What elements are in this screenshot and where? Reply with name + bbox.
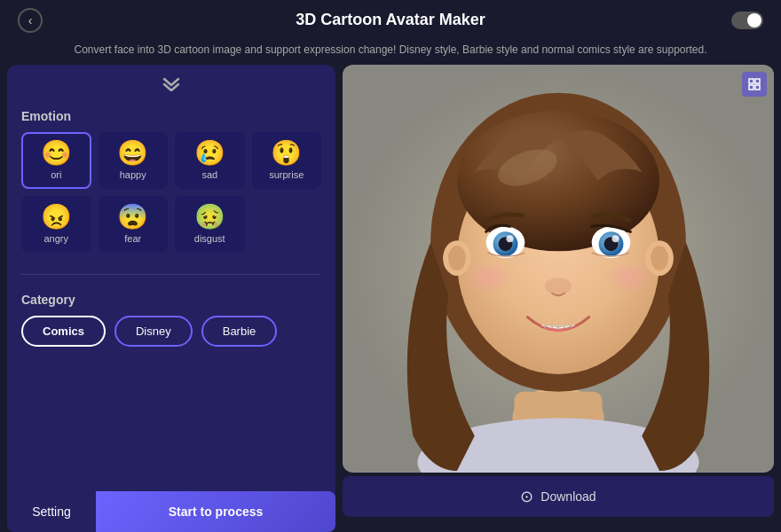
emotion-item-ori[interactable]: 😊 ori	[21, 132, 91, 189]
emotion-label-surprise: surprise	[269, 169, 304, 180]
emotion-section-title: Emotion	[21, 109, 321, 123]
svg-point-16	[545, 278, 572, 295]
svg-point-14	[506, 235, 513, 242]
emotion-item-happy[interactable]: 😄 happy	[99, 132, 169, 189]
app-title: 3D Cartoon Avatar Maker	[296, 11, 485, 29]
svg-rect-29	[749, 79, 753, 83]
category-section: Category ComicsDisneyBarbie	[21, 293, 321, 347]
download-button[interactable]: ⊙ Download	[343, 476, 774, 517]
emotion-emoji-sad: 😢	[194, 141, 225, 166]
svg-rect-32	[755, 85, 760, 90]
svg-rect-31	[749, 85, 753, 90]
emotion-label-disgust: disgust	[194, 233, 225, 244]
download-icon: ⊙	[520, 487, 533, 506]
collapse-button[interactable]	[21, 74, 321, 98]
category-section-title: Category	[21, 293, 321, 307]
emotion-label-ori: ori	[51, 169, 61, 180]
emotion-grid: 😊 ori 😄 happy 😢 sad 😲 surprise 😠 angry 😨…	[21, 132, 321, 253]
category-btn-disney[interactable]: Disney	[114, 316, 193, 347]
emotion-emoji-ori: 😊	[41, 141, 72, 166]
emotion-section: Emotion 😊 ori 😄 happy 😢 sad 😲 surprise 😠…	[21, 109, 321, 256]
emotion-label-fear: fear	[124, 233, 141, 244]
bottom-action-bar: Setting Start to process	[7, 491, 335, 532]
left-panel: Emotion 😊 ori 😄 happy 😢 sad 😲 surprise 😠…	[7, 65, 335, 517]
emotion-emoji-angry: 😠	[41, 205, 72, 230]
svg-point-18	[604, 262, 654, 293]
svg-point-27	[448, 246, 466, 270]
expand-icon[interactable]	[742, 72, 767, 97]
emotion-label-happy: happy	[120, 169, 146, 180]
svg-point-15	[612, 235, 619, 242]
emotion-emoji-fear: 😨	[117, 205, 148, 230]
expand-svg-icon	[747, 77, 761, 91]
emotion-label-sad: sad	[201, 169, 217, 180]
avatar-container	[343, 65, 774, 473]
category-btn-comics[interactable]: Comics	[21, 316, 106, 347]
emotion-item-sad[interactable]: 😢 sad	[175, 132, 245, 189]
svg-point-28	[651, 246, 668, 270]
category-buttons: ComicsDisneyBarbie	[21, 316, 321, 347]
process-button[interactable]: Start to process	[96, 491, 335, 532]
download-label: Download	[540, 489, 596, 504]
main-content: Emotion 😊 ori 😄 happy 😢 sad 😲 surprise 😠…	[0, 65, 781, 517]
emotion-emoji-disgust: 🤢	[194, 205, 225, 230]
back-button[interactable]: ‹	[18, 8, 43, 33]
chevron-double-down-icon	[162, 77, 181, 91]
emotion-item-surprise[interactable]: 😲 surprise	[252, 132, 322, 189]
svg-rect-30	[755, 79, 760, 83]
right-panel: ⊙ Download	[343, 65, 774, 517]
emotion-emoji-happy: 😄	[117, 141, 148, 166]
subtitle-text: Convert face into 3D cartoon image and s…	[0, 40, 781, 65]
svg-point-17	[463, 262, 513, 293]
emotion-item-fear[interactable]: 😨 fear	[99, 196, 169, 253]
theme-toggle[interactable]	[731, 12, 763, 29]
emotion-item-disgust[interactable]: 🤢 disgust	[175, 196, 245, 253]
avatar-image	[343, 65, 774, 473]
emotion-emoji-surprise: 😲	[271, 141, 302, 166]
section-divider	[21, 274, 321, 275]
setting-button[interactable]: Setting	[7, 491, 96, 532]
emotion-item-angry[interactable]: 😠 angry	[21, 196, 91, 253]
toggle-container	[731, 12, 763, 29]
back-icon: ‹	[28, 13, 33, 27]
emotion-label-angry: angry	[43, 233, 68, 244]
category-btn-barbie[interactable]: Barbie	[201, 316, 278, 347]
header: ‹ 3D Cartoon Avatar Maker	[0, 0, 781, 40]
